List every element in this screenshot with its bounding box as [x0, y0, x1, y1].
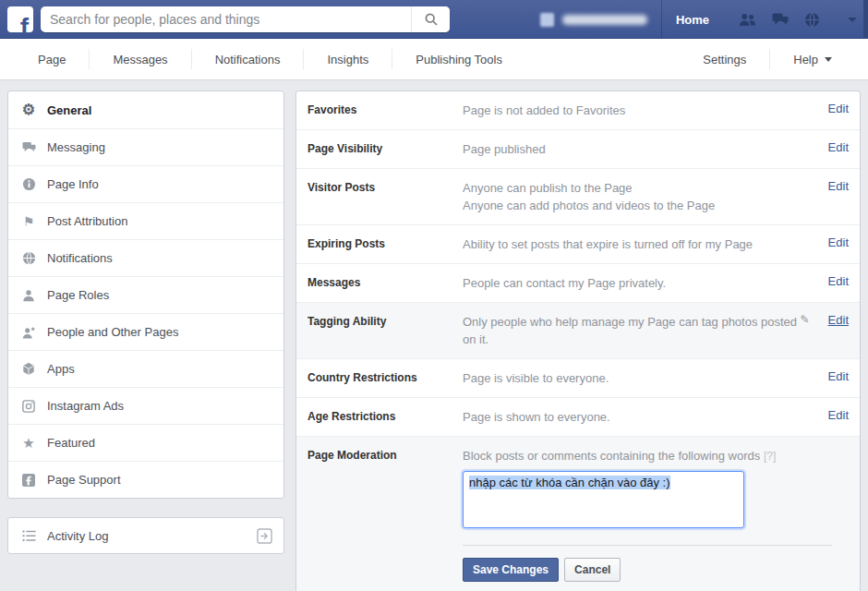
tab-page[interactable]: Page [15, 39, 89, 79]
gear-icon: ⚙ [19, 103, 38, 117]
friend-requests-icon[interactable] [739, 12, 756, 28]
settings-sidebar: ⚙ General Messaging Page Info ⚑ Post Att… [7, 90, 284, 499]
sidebar-item-people-and-other-pages[interactable]: People and Other Pages [8, 313, 283, 350]
home-link[interactable]: Home [676, 13, 709, 27]
setting-row-messages: Messages People can contact my Page priv… [296, 263, 860, 302]
flag-icon: ⚑ [19, 215, 38, 228]
info-icon [19, 177, 38, 191]
setting-row-favorites: Favorites Page is not added to Favorites… [296, 91, 860, 129]
selected-text: nhập các từ khóa cần chặn vào đây :) [469, 476, 670, 489]
cancel-button[interactable]: Cancel [564, 558, 621, 582]
tab-notifications[interactable]: Notifications [192, 39, 304, 79]
profile-name-blurred[interactable] [562, 15, 647, 25]
list-icon [19, 530, 38, 542]
edit-visitor-posts-link[interactable]: Edit [828, 179, 849, 193]
edit-messages-link[interactable]: Edit [828, 274, 849, 288]
sidebar-item-apps[interactable]: Apps [8, 350, 283, 387]
edit-tagging-ability-link[interactable]: Edit [828, 313, 849, 327]
facebook-icon [19, 474, 38, 487]
sidebar-item-page-roles[interactable]: Page Roles [8, 276, 283, 313]
divider [463, 545, 832, 546]
search-input[interactable] [41, 6, 411, 32]
top-bar: f Home [0, 0, 868, 39]
search-button[interactable] [411, 6, 450, 32]
topbar-right: Home [540, 0, 857, 39]
general-settings-panel: Favorites Page is not added to Favorites… [295, 90, 861, 591]
instagram-icon [19, 400, 38, 413]
sidebar-item-page-support[interactable]: Page Support [8, 461, 283, 498]
setting-row-tagging-ability: Tagging Ability Only people who help man… [296, 302, 860, 358]
help-badge[interactable]: [?] [764, 450, 776, 463]
setting-row-country-restrictions: Country Restrictions Page is visible to … [296, 358, 860, 397]
edit-country-restrictions-link[interactable]: Edit [828, 369, 849, 383]
sidebar-item-messaging[interactable]: Messaging [8, 128, 283, 165]
person-icon [19, 289, 38, 302]
edit-age-restrictions-link[interactable]: Edit [828, 408, 849, 422]
profile-avatar[interactable] [540, 13, 554, 27]
facebook-logo[interactable]: f [7, 6, 33, 32]
topbar-divider [661, 0, 662, 39]
edit-favorites-link[interactable]: Edit [828, 102, 849, 115]
page-nav-bar: Page Messages Notifications Insights Pub… [0, 39, 868, 80]
edit-page-visibility-link[interactable]: Edit [828, 140, 849, 154]
messages-icon[interactable] [772, 12, 789, 27]
account-menu-caret-icon[interactable] [848, 18, 857, 22]
sidebar-item-post-attribution[interactable]: ⚑ Post Attribution [8, 202, 283, 239]
pencil-icon: ✎ [801, 313, 810, 326]
sidebar-item-page-info[interactable]: Page Info [8, 165, 283, 202]
moderation-textarea[interactable]: nhập các từ khóa cần chặn vào đây :) [463, 471, 744, 528]
notifications-globe-icon[interactable] [804, 12, 820, 28]
edit-expiring-posts-link[interactable]: Edit [828, 235, 849, 249]
tab-publishing-tools[interactable]: Publishing Tools [392, 39, 525, 79]
sidebar-item-activity-log[interactable]: Activity Log [7, 517, 284, 554]
setting-row-page-moderation: Page Moderation Block posts or comments … [296, 436, 860, 591]
person-star-icon [19, 326, 38, 339]
tab-insights[interactable]: Insights [304, 39, 392, 79]
external-arrow-icon [257, 528, 272, 544]
save-changes-button[interactable]: Save Changes [463, 558, 559, 582]
chat-icon [19, 141, 38, 154]
setting-row-visitor-posts: Visitor Posts Anyone can publish to the … [296, 168, 860, 224]
setting-row-expiring-posts: Expiring Posts Ability to set posts that… [296, 224, 860, 263]
sidebar-item-instagram-ads[interactable]: Instagram Ads [8, 387, 283, 424]
help-menu[interactable]: Help [770, 39, 855, 79]
global-search [41, 6, 450, 32]
sidebar-item-general[interactable]: ⚙ General [8, 91, 283, 128]
globe-icon [19, 251, 38, 265]
scrollbar[interactable] [863, 0, 868, 39]
search-icon [424, 12, 439, 27]
setting-row-page-visibility: Page Visibility Page published Edit [296, 129, 860, 168]
setting-row-age-restrictions: Age Restrictions Page is shown to everyo… [296, 397, 860, 436]
chevron-down-icon [825, 57, 832, 62]
cube-icon [19, 362, 38, 376]
star-icon: ★ [19, 436, 38, 450]
sidebar-item-notifications[interactable]: Notifications [8, 239, 283, 276]
tab-messages[interactable]: Messages [90, 39, 190, 79]
sidebar-item-featured[interactable]: ★ Featured [8, 424, 283, 461]
tab-settings[interactable]: Settings [680, 39, 769, 79]
